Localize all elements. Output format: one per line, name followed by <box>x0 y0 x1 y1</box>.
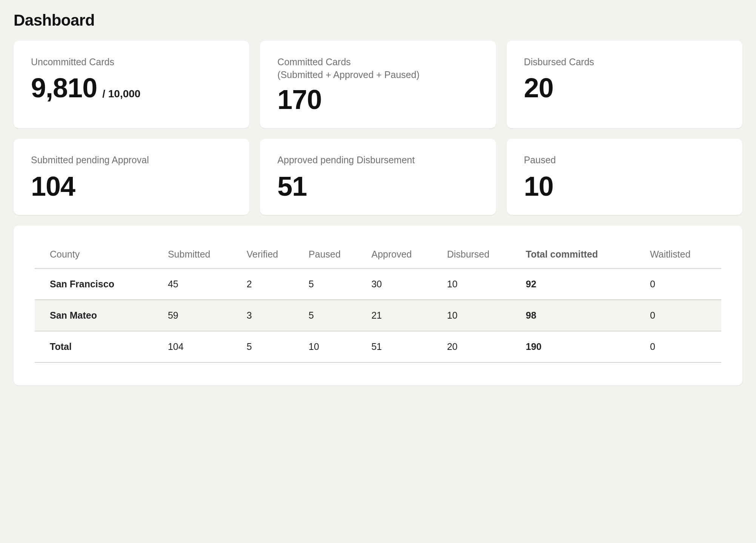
col-header: Submitted <box>163 243 242 268</box>
col-header: Verified <box>242 243 304 268</box>
table-cell: 0 <box>645 300 721 331</box>
stat-card-sublabel: (Submitted + Approved + Paused) <box>277 69 478 80</box>
page-title: Dashboard <box>14 11 742 29</box>
stat-card-value: 20 <box>524 73 553 103</box>
table-cell: 51 <box>367 331 442 362</box>
col-header: County <box>35 243 163 268</box>
table-cell: 0 <box>645 268 721 300</box>
stat-card-approved-pending: Approved pending Disbursement 51 <box>260 139 496 215</box>
table-header: CountySubmittedVerifiedPausedApprovedDis… <box>35 243 721 268</box>
table-cell: 2 <box>242 268 304 300</box>
stat-card-submitted-pending: Submitted pending Approval 104 <box>14 139 249 215</box>
table-cell: 21 <box>367 300 442 331</box>
stat-card-value: 170 <box>277 85 321 115</box>
county-table: CountySubmittedVerifiedPausedApprovedDis… <box>35 243 721 363</box>
stat-card-value: 51 <box>277 172 307 201</box>
table-cell: 30 <box>367 268 442 300</box>
table-cell: 0 <box>645 331 721 362</box>
table-cell: 92 <box>521 268 645 300</box>
table-row: Total10451051201900 <box>35 331 721 362</box>
table-cell: 190 <box>521 331 645 362</box>
table-cell: 104 <box>163 331 242 362</box>
stat-card-label: Submitted pending Approval <box>31 153 232 167</box>
stat-card-value: 9,810 <box>31 73 97 103</box>
table-cell: 98 <box>521 300 645 331</box>
col-header: Approved <box>367 243 442 268</box>
table-cell: 20 <box>443 331 521 362</box>
table-cell: 10 <box>443 268 521 300</box>
stat-card-suffix: / 10,000 <box>102 88 140 100</box>
table-cell: San Francisco <box>35 268 163 300</box>
table-cell: 3 <box>242 300 304 331</box>
table-cell: 10 <box>443 300 521 331</box>
col-header: Waitlisted <box>645 243 721 268</box>
stats-cards-grid: Uncommitted Cards 9,810 / 10,000 Committ… <box>14 41 742 215</box>
stat-card-value: 104 <box>31 172 75 201</box>
table-cell: 5 <box>304 268 367 300</box>
stat-card-paused: Paused 10 <box>507 139 742 215</box>
table-cell: 45 <box>163 268 242 300</box>
stat-card-committed: Committed Cards (Submitted + Approved + … <box>260 41 496 128</box>
col-header: Total committed <box>521 243 645 268</box>
table-cell: 10 <box>304 331 367 362</box>
table-cell: Total <box>35 331 163 362</box>
county-table-card: CountySubmittedVerifiedPausedApprovedDis… <box>14 225 742 385</box>
table-cell: San Mateo <box>35 300 163 331</box>
stat-card-label: Paused <box>524 153 725 167</box>
stat-card-label: Approved pending Disbursement <box>277 153 478 167</box>
stat-card-value: 10 <box>524 172 553 201</box>
stat-card-label: Disbursed Cards <box>524 55 725 69</box>
col-header: Paused <box>304 243 367 268</box>
table-cell: 59 <box>163 300 242 331</box>
table-row: San Francisco45253010920 <box>35 268 721 300</box>
stat-card-disbursed: Disbursed Cards 20 <box>507 41 742 128</box>
table-row: San Mateo59352110980 <box>35 300 721 331</box>
table-header-row: CountySubmittedVerifiedPausedApprovedDis… <box>35 243 721 268</box>
col-header: Disbursed <box>443 243 521 268</box>
table-cell: 5 <box>242 331 304 362</box>
stat-card-label: Committed Cards <box>277 55 478 69</box>
stat-card-label: Uncommitted Cards <box>31 55 232 69</box>
table-cell: 5 <box>304 300 367 331</box>
stat-card-uncommitted: Uncommitted Cards 9,810 / 10,000 <box>14 41 249 128</box>
table-body: San Francisco45253010920San Mateo5935211… <box>35 268 721 362</box>
